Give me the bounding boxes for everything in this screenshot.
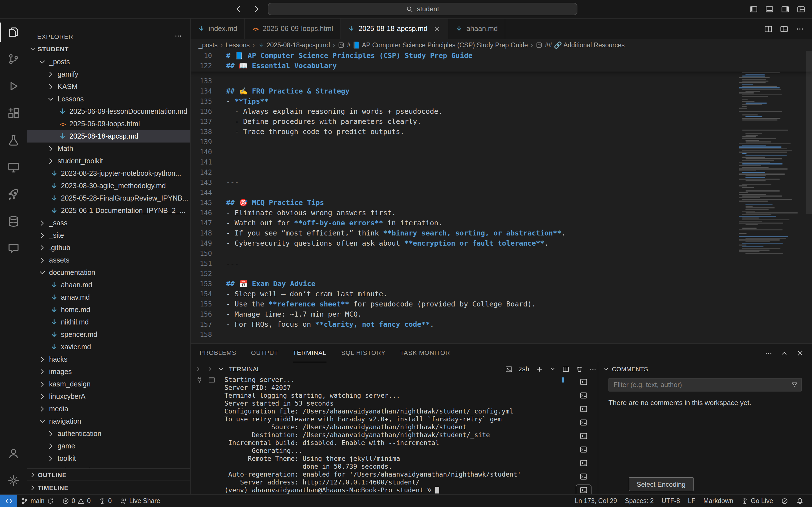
activity-rocket[interactable] [0,181,27,208]
status-encoding[interactable]: UTF-8 [658,495,684,507]
status-do-not-disturb[interactable] [777,495,792,507]
terminal-section-chevron-icon[interactable] [218,365,224,372]
panel-tab-TERMINAL[interactable]: TERMINAL [293,344,326,362]
tree-item-navigation[interactable]: navigation [27,415,190,428]
terminal-output[interactable]: Starting server...Server PID: 42057Termi… [224,376,566,494]
outline-section-header[interactable]: OUTLINE [27,468,190,481]
terminal-more-actions-icon[interactable] [589,365,596,373]
breadcrumb-item[interactable]: Lessons [225,41,250,48]
close-tab-icon[interactable] [433,25,441,33]
tab-index.md[interactable]: index.md [191,18,245,39]
toggle-panel-icon[interactable] [765,5,774,13]
kill-terminal-icon[interactable] [575,365,583,373]
terminal-session-zsh-7[interactable] [576,457,592,469]
tree-item-2023-08-30-agile_methodolgy.md[interactable]: 2023-08-30-agile_methodolgy.md [27,180,190,192]
tree-item-2025-06-1-Documentation_IPYNB_2_...[interactable]: 2025-06-1-Documentation_IPYNB_2_... [27,205,190,217]
activity-chat[interactable] [0,235,27,262]
tree-item-game[interactable]: game [27,440,190,452]
activity-account[interactable] [0,440,27,467]
status-cursor-position[interactable]: Ln 173, Col 29 [571,495,621,507]
panel-more-actions-icon[interactable] [765,349,772,357]
back-arrow-icon[interactable] [234,4,243,13]
tree-item-KASM[interactable]: KASM [27,80,190,93]
breadcrumb-item[interactable]: ## 🔗 Additional Resources [536,41,624,49]
tree-item-2025-08-18-apcsp.md[interactable]: 2025-08-18-apcsp.md [27,130,190,143]
terminal-session-zsh-5[interactable] [576,431,592,442]
toggle-primary-sidebar-icon[interactable] [749,5,758,13]
tree-item-_site[interactable]: _site [27,229,190,242]
tab-2025-08-18-apcsp.md[interactable]: 2025-08-18-apcsp.md [341,18,449,39]
split-terminal-icon[interactable] [562,365,569,373]
terminal-session-zsh-4[interactable] [576,417,592,428]
scroll-right-chevron-icon[interactable] [206,365,213,372]
scroll-left-chevron-icon[interactable] [195,365,202,372]
tab-2025-06-09-loops.html[interactable]: <>2025-06-09-loops.html [245,18,340,39]
status-problems[interactable]: 00 [58,495,95,507]
tree-item-linuxcyberA[interactable]: linuxcyberA [27,390,190,403]
editor-scrollbar[interactable] [806,51,812,214]
tree-item-media[interactable]: media [27,403,190,415]
status-language-mode[interactable]: Markdown [700,495,737,507]
tree-item-_posts[interactable]: _posts [27,56,190,68]
minimap[interactable] [738,52,804,277]
explorer-more-actions-icon[interactable] [174,32,182,40]
tree-item-_sass[interactable]: _sass [27,217,190,229]
toggle-secondary-sidebar-icon[interactable] [781,5,790,13]
tab-ahaan.md[interactable]: ahaan.md [448,18,505,39]
panel-tab-PROBLEMS[interactable]: PROBLEMS [200,344,236,362]
select-encoding-button[interactable]: Select Encoding [629,477,693,491]
customize-layout-icon[interactable] [797,5,805,13]
comments-filter-input[interactable] [608,378,802,392]
tree-item-assets[interactable]: assets [27,254,190,267]
activity-extensions[interactable] [0,100,27,127]
command-center-search[interactable]: student [268,3,577,15]
status-remote-indicator[interactable] [0,495,17,507]
tree-item-2025-06-09-lessonDocumentation.md[interactable]: 2025-06-09-lessonDocumentation.md [27,105,190,118]
terminal-session-zsh-6[interactable] [576,444,592,455]
tree-item-gamify[interactable]: gamify [27,68,190,80]
split-editor-icon[interactable] [764,24,772,33]
panel-tab-SQL HISTORY[interactable]: SQL HISTORY [341,344,386,362]
tree-item-ahaan.md[interactable]: ahaan.md [27,279,190,291]
status-ports[interactable]: 0 [95,495,116,507]
activity-remote-explorer[interactable] [0,154,27,181]
terminal-session-zsh-1[interactable] [576,376,592,388]
status-go-live[interactable]: Go Live [737,495,777,507]
tree-item-Math[interactable]: Math [27,143,190,155]
terminal-session-zsh-8[interactable] [576,471,592,482]
tree-item-spencer.md[interactable]: spencer.md [27,328,190,341]
activity-testing[interactable] [0,127,27,154]
status-notifications[interactable] [792,495,808,507]
panel-tab-TASK MONITOR[interactable]: TASK MONITOR [400,344,450,362]
tree-item-student_toolkit[interactable]: student_toolkit [27,155,190,167]
editor-more-actions-icon[interactable] [796,24,804,33]
terminal-session-zsh-2[interactable] [576,390,592,401]
tree-item-arnav.md[interactable]: arnav.md [27,291,190,304]
activity-settings[interactable] [0,467,27,494]
breadcrumb-item[interactable]: # 📘 AP Computer Science Principles (CSP)… [338,41,528,49]
breadcrumb-item[interactable]: _posts [199,41,218,48]
forward-arrow-icon[interactable] [252,4,261,13]
tree-item-images[interactable]: images [27,365,190,378]
activity-source-control[interactable] [0,46,27,73]
comments-header[interactable]: COMMENTS [598,362,812,376]
tree-item-authentication[interactable]: authentication [27,428,190,440]
tree-item-toolkit[interactable]: toolkit [27,452,190,465]
terminal-dropdown-chevron-icon[interactable] [549,365,556,372]
tree-item-2025-06-09-loops.html[interactable]: <>2025-06-09-loops.html [27,118,190,130]
tree-item-.github[interactable]: .github [27,242,190,254]
breadcrumb-item[interactable]: 2025-08-18-apcsp.md [257,41,330,48]
workspace-section-header[interactable]: STUDENT [27,42,190,56]
tree-item-kasm_design[interactable]: kasm_design [27,378,190,390]
editor-pane[interactable]: 133134## ✍️ FRQ Practice & Strategy135- … [191,51,812,343]
status-eol[interactable]: LF [684,495,700,507]
shell-label[interactable]: zsh [519,365,529,373]
tree-item-documentation[interactable]: documentation [27,267,190,279]
status-live-share[interactable]: Live Share [116,495,164,507]
tree-item-Lessons[interactable]: Lessons [27,93,190,105]
tree-item-xavier.md[interactable]: xavier.md [27,341,190,353]
new-terminal-icon[interactable] [536,365,543,373]
editor-layout-icon[interactable] [780,24,788,33]
activity-explorer[interactable] [0,18,27,46]
tree-item-2025-05-28-FinalGroupReview_IPYNB...[interactable]: 2025-05-28-FinalGroupReview_IPYNB... [27,192,190,205]
